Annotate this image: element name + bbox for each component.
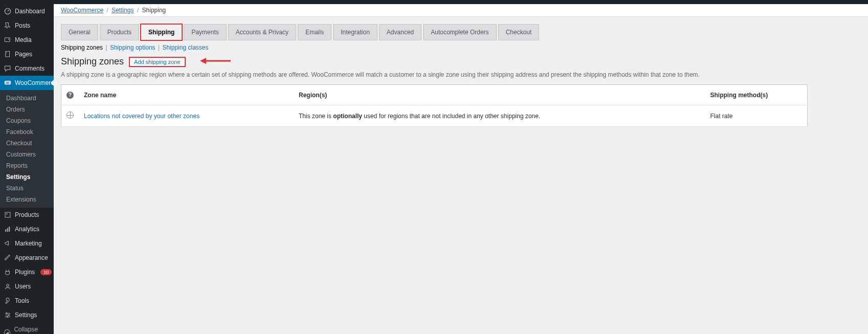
menu-appearance[interactable]: Appearance bbox=[0, 251, 54, 265]
menu-label: Analytics bbox=[15, 226, 50, 233]
menu-label: Users bbox=[15, 283, 50, 290]
page-title: Shipping zones bbox=[61, 56, 124, 67]
settings-tabs: General Products Shipping Payments Accou… bbox=[61, 24, 861, 40]
breadcrumb-settings[interactable]: Settings bbox=[112, 7, 133, 14]
plugin-icon bbox=[4, 269, 11, 276]
sliders-icon bbox=[4, 311, 11, 319]
svg-point-15 bbox=[7, 316, 8, 318]
tab-accounts-privacy[interactable]: Accounts & Privacy bbox=[228, 24, 296, 40]
zone-name-cell: Locations not covered by your other zone… bbox=[79, 105, 294, 127]
zone-name-link[interactable]: Locations not covered by your other zone… bbox=[84, 113, 199, 120]
menu-label: Media bbox=[15, 36, 50, 43]
svg-rect-4 bbox=[6, 53, 7, 53]
subnav-shipping-zones[interactable]: Shipping zones bbox=[61, 44, 103, 51]
wrench-icon bbox=[4, 297, 11, 304]
collapse-menu-button[interactable]: ◀ Collapse menu bbox=[0, 322, 54, 334]
svg-rect-1 bbox=[5, 38, 10, 42]
region-text-pre: This zone is bbox=[299, 113, 333, 120]
sub-coupons[interactable]: Coupons bbox=[0, 115, 54, 126]
media-icon bbox=[4, 36, 11, 43]
menu-woocommerce[interactable]: W WooCommerce bbox=[0, 76, 54, 90]
svg-rect-7 bbox=[5, 212, 10, 217]
collapse-icon: ◀ bbox=[4, 329, 10, 334]
sub-status[interactable]: Status bbox=[0, 183, 54, 194]
menu-label: Comments bbox=[15, 65, 50, 72]
analytics-icon bbox=[4, 226, 11, 233]
menu-products[interactable]: Products bbox=[0, 208, 54, 222]
breadcrumb-woocommerce[interactable]: WooCommerce bbox=[61, 7, 103, 14]
page-description: A shipping zone is a geographic region w… bbox=[61, 71, 861, 78]
tab-general[interactable]: General bbox=[61, 24, 98, 40]
sub-checkout[interactable]: Checkout bbox=[0, 138, 54, 149]
add-shipping-zone-button[interactable]: Add shipping zone bbox=[129, 57, 186, 67]
brush-icon bbox=[4, 254, 11, 261]
menu-label: Posts bbox=[15, 22, 50, 29]
tab-advanced[interactable]: Advanced bbox=[379, 24, 421, 40]
admin-sidebar: Dashboard Posts Media Pages Comments W W… bbox=[0, 0, 54, 334]
table-row: Locations not covered by your other zone… bbox=[61, 105, 808, 127]
header-help-icon: ? bbox=[61, 85, 79, 105]
tab-products[interactable]: Products bbox=[100, 24, 139, 40]
product-icon bbox=[4, 211, 11, 218]
tab-autocomplete-orders[interactable]: Autocomplete Orders bbox=[423, 24, 496, 40]
menu-label: Appearance bbox=[15, 254, 50, 261]
tab-payments[interactable]: Payments bbox=[184, 24, 226, 40]
menu-label: Marketing bbox=[15, 240, 50, 247]
sub-orders[interactable]: Orders bbox=[0, 104, 54, 115]
region-text-bold: optionally bbox=[333, 113, 362, 120]
svg-marker-17 bbox=[200, 58, 206, 64]
svg-point-13 bbox=[6, 313, 8, 314]
menu-posts[interactable]: Posts bbox=[0, 18, 54, 33]
dashboard-icon bbox=[4, 8, 11, 15]
annotation-arrow-icon bbox=[200, 57, 231, 66]
heading-row: Shipping zones Add shipping zone bbox=[61, 56, 861, 67]
plugin-update-badge: 10 bbox=[40, 269, 52, 275]
svg-rect-11 bbox=[9, 227, 10, 232]
tab-emails[interactable]: Emails bbox=[298, 24, 331, 40]
menu-dashboard[interactable]: Dashboard bbox=[0, 4, 54, 18]
sub-facebook[interactable]: Facebook bbox=[0, 126, 54, 138]
menu-analytics[interactable]: Analytics bbox=[0, 222, 54, 236]
sub-extensions[interactable]: Extensions bbox=[0, 194, 54, 205]
collapse-label: Collapse menu bbox=[14, 326, 50, 334]
sub-customers[interactable]: Customers bbox=[0, 149, 54, 160]
menu-plugins[interactable]: Plugins 10 bbox=[0, 265, 54, 279]
tab-checkout[interactable]: Checkout bbox=[498, 24, 540, 40]
tab-shipping[interactable]: Shipping bbox=[141, 24, 182, 40]
table-header-row: ? Zone name Region(s) Shipping method(s) bbox=[61, 85, 808, 105]
globe-icon bbox=[66, 112, 74, 119]
sub-dashboard[interactable]: Dashboard bbox=[0, 93, 54, 104]
subnav-shipping-classes[interactable]: Shipping classes bbox=[162, 44, 208, 51]
menu-label: Products bbox=[15, 211, 50, 218]
shipping-subnav: Shipping zones | Shipping options | Ship… bbox=[61, 41, 861, 56]
svg-point-14 bbox=[8, 315, 10, 316]
menu-marketing[interactable]: Marketing bbox=[0, 236, 54, 251]
menu-label: Pages bbox=[15, 51, 50, 58]
menu-pages[interactable]: Pages bbox=[0, 47, 54, 61]
woocommerce-submenu: Dashboard Orders Coupons Facebook Checko… bbox=[0, 90, 54, 208]
help-icon[interactable]: ? bbox=[66, 92, 74, 99]
svg-point-2 bbox=[8, 39, 9, 40]
tab-integration[interactable]: Integration bbox=[333, 24, 377, 40]
sub-settings[interactable]: Settings bbox=[0, 171, 54, 183]
menu-tools[interactable]: Tools bbox=[0, 294, 54, 308]
svg-rect-9 bbox=[5, 230, 6, 232]
menu-users[interactable]: Users bbox=[0, 279, 54, 294]
menu-settings[interactable]: Settings bbox=[0, 308, 54, 322]
sub-reports[interactable]: Reports bbox=[0, 160, 54, 171]
header-regions: Region(s) bbox=[294, 85, 705, 105]
svg-point-12 bbox=[7, 284, 9, 286]
svg-text:W: W bbox=[6, 81, 9, 84]
breadcrumb: WooCommerce / Settings / Shipping bbox=[54, 4, 868, 17]
menu-comments[interactable]: Comments bbox=[0, 61, 54, 76]
subnav-shipping-options[interactable]: Shipping options bbox=[110, 44, 155, 51]
comment-icon bbox=[4, 65, 11, 72]
zone-globe-cell bbox=[61, 105, 79, 127]
header-shipping-methods: Shipping method(s) bbox=[705, 85, 808, 105]
zone-method-cell: Flat rate bbox=[705, 105, 808, 127]
breadcrumb-separator: / bbox=[106, 7, 108, 14]
woocommerce-icon: W bbox=[4, 79, 11, 86]
breadcrumb-current: Shipping bbox=[142, 7, 166, 14]
menu-media[interactable]: Media bbox=[0, 33, 54, 47]
svg-rect-10 bbox=[7, 228, 8, 232]
